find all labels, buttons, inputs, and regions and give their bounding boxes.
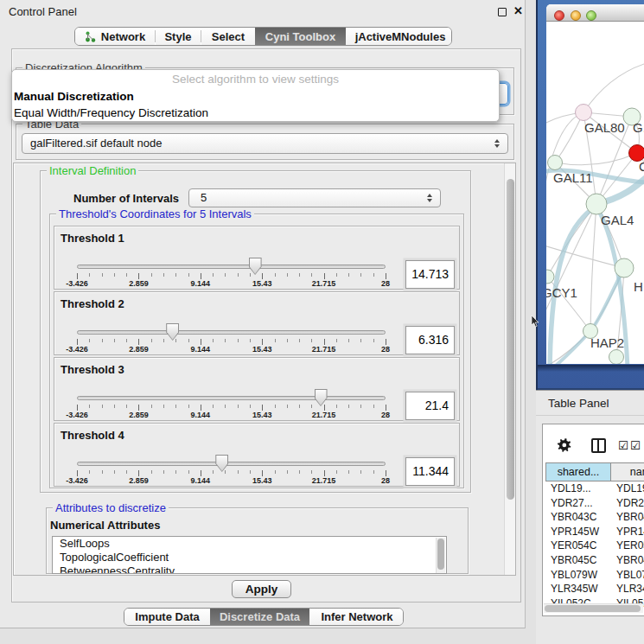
table-panel-title: Table Panel (548, 397, 609, 410)
control-panel-titlebar: Control Panel ✕ (0, 0, 525, 22)
threshold-row: Threshold 3-3.4262.8599.14415.4321.71528… (54, 357, 460, 421)
apply-button[interactable]: Apply (232, 580, 291, 598)
number-of-intervals-combobox[interactable]: 5 (188, 188, 441, 207)
mouse-cursor (531, 316, 539, 328)
column-header-name[interactable]: name (611, 462, 644, 481)
table-row[interactable]: YDR27...YDR27... (545, 497, 644, 512)
table-data-combobox[interactable]: galFiltered.sif default node (22, 133, 508, 154)
tab-impute-data[interactable]: Impute Data (124, 609, 210, 625)
gear-icon[interactable] (557, 437, 571, 452)
threshold-value-field[interactable]: 11.344 (405, 457, 455, 486)
table-row[interactable]: YER054CYER054C (545, 539, 644, 554)
tab-network[interactable]: Network (75, 28, 155, 45)
slider-track[interactable] (77, 330, 386, 335)
tab-infer-network[interactable]: Infer Network (309, 609, 404, 625)
slider-track[interactable] (77, 396, 386, 400)
network-window-titlebar (546, 4, 644, 22)
top-tab-bar: NetworkStyleSelectCyni ToolboxjActiveMNo… (74, 27, 452, 46)
numerical-attributes-list[interactable]: SelfLoopsTopologicalCoefficientBetweenne… (52, 536, 447, 574)
dropdown-prompt: Select algorithm to view settings (12, 70, 499, 88)
tick-label: 28 (381, 411, 390, 419)
table-data-value: galFiltered.sif default node (30, 137, 162, 150)
tab-style[interactable]: Style (156, 28, 201, 45)
network-node-label: HAP2 (590, 335, 624, 350)
tick-label: 2.859 (129, 411, 149, 419)
tick-label: -3.426 (66, 345, 88, 354)
tick-label: 15.43 (252, 345, 272, 354)
attribute-list-item[interactable]: TopologicalCoefficient (53, 551, 446, 564)
tab-label: Select (212, 30, 245, 43)
close-icon[interactable]: ✕ (513, 4, 523, 17)
tick-label: 9.144 (191, 345, 211, 354)
threshold-value-field[interactable]: 14.713 (405, 260, 455, 289)
network-node-label: G. (633, 120, 644, 135)
zoom-traffic-light[interactable] (586, 10, 596, 21)
interval-definition-title: Interval Definition (47, 164, 138, 177)
slider-thumb[interactable] (315, 389, 328, 406)
control-panel-window: Control Panel ✕ NetworkStyleSelectCyni T… (0, 0, 526, 628)
slider-thumb[interactable] (249, 258, 262, 275)
close-traffic-light[interactable] (554, 10, 564, 21)
attribute-list-item[interactable]: BetweennessCentrality (53, 564, 446, 574)
column-header-shared-name[interactable]: shared... (545, 462, 611, 481)
tab-select[interactable]: Select (201, 28, 255, 45)
combo-arrows-icon (427, 193, 433, 203)
network-node (548, 156, 563, 170)
network-icon (85, 31, 96, 42)
float-window-icon[interactable] (498, 8, 507, 16)
minimize-traffic-light[interactable] (571, 10, 581, 21)
tick-label: 15.43 (252, 476, 272, 485)
tick-label: 28 (381, 345, 390, 354)
table-row[interactable]: YDL19...YDL19... (545, 482, 644, 497)
threshold-row: Threshold 1-3.4262.8599.14415.4321.71528… (54, 226, 460, 290)
threshold-label: Threshold 3 (61, 363, 124, 376)
tick-label: 2.859 (129, 345, 149, 354)
tab-label: Cyni Toolbox (265, 30, 335, 43)
dropdown-option-manual[interactable]: Manual Discretization (12, 88, 499, 105)
tab-label: jActiveMNodules (355, 30, 446, 43)
tick-label: 28 (381, 476, 390, 485)
threshold-value-field[interactable]: 21.4 (405, 392, 455, 420)
table-row[interactable]: YBR043CYBR043C (545, 511, 644, 526)
slider-thumb[interactable] (215, 455, 228, 472)
tick-label: 15.43 (252, 411, 272, 419)
network-node (609, 350, 624, 365)
table-row[interactable]: YLR345WYLR345W (545, 583, 644, 597)
tick-label: 21.715 (312, 345, 336, 354)
table-horizontal-scrollbar[interactable] (544, 603, 643, 613)
tick-label: 15.43 (252, 279, 272, 288)
tick-label: -3.426 (66, 279, 88, 288)
column-layout-icon[interactable] (591, 438, 606, 453)
threshold-row: Threshold 2-3.4262.8599.14415.4321.71528… (54, 291, 460, 355)
settings-scrollbar[interactable] (504, 163, 515, 575)
scrollbar-thumb[interactable] (437, 539, 444, 570)
slider-track[interactable] (77, 265, 386, 269)
table-row[interactable]: YBR045CYBR045C (545, 554, 644, 569)
table-rows: YDL19...YDL19...YDR27...YDR27...YBR043CY… (545, 482, 644, 611)
slider-track[interactable] (77, 462, 386, 466)
attribute-list-item[interactable]: SelfLoops (53, 537, 446, 551)
network-node-label: GAL4 (601, 213, 634, 227)
checkbox-icon[interactable]: ☑ (618, 438, 628, 452)
slider-thumb[interactable] (166, 323, 179, 341)
threshold-value-field[interactable]: 6.316 (405, 326, 455, 354)
table-row[interactable]: YPR145WYPR145W (545, 526, 644, 540)
tick-label: 21.715 (312, 411, 336, 419)
tab-jactivemnodules[interactable]: jActiveMNodules (346, 28, 452, 45)
tick-label: -3.426 (66, 411, 88, 419)
tick-label: 9.144 (191, 411, 211, 419)
table-row[interactable]: YBL079WYBL079W (545, 569, 644, 583)
tab-label: Style (164, 30, 191, 43)
checkbox-icon[interactable]: ☑ (630, 438, 641, 452)
tick-label: 9.144 (191, 476, 211, 485)
tab-cyni-toolbox[interactable]: Cyni Toolbox (255, 28, 346, 45)
scrollbar-thumb[interactable] (545, 605, 641, 612)
dropdown-option-equal-width[interactable]: Equal Width/Frequency Discretization (12, 105, 499, 121)
tab-discretize-data[interactable]: Discretize Data (210, 609, 309, 625)
network-node-label: GCY1 (546, 285, 577, 300)
scrollbar-thumb[interactable] (507, 179, 514, 500)
tick-label: 21.715 (312, 279, 336, 288)
attributes-list-scrollbar[interactable] (436, 538, 445, 574)
network-canvas[interactable]: GAL80G.CGAL11GAL4GCY1HHAP2 (546, 22, 644, 364)
network-node (576, 105, 592, 121)
